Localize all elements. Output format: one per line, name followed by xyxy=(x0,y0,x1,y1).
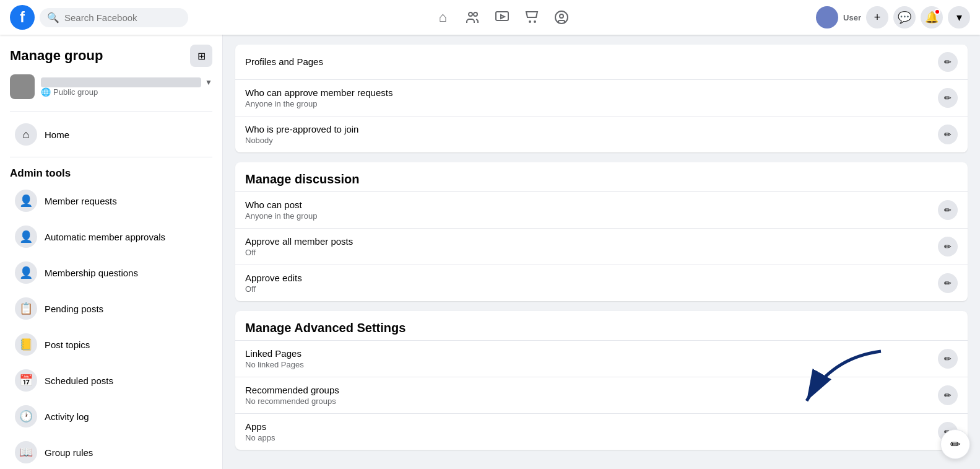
approve-all-posts-row: Approve all member posts Off ✏ xyxy=(235,228,968,265)
page-layout: Manage group ⊞ ▼ 🌐 Public group ⌂ Home xyxy=(0,35,980,469)
who-can-post-label: Who can post xyxy=(245,199,938,210)
add-button[interactable]: + xyxy=(866,6,888,28)
sidebar-item-activity-log[interactable]: 🕐 Activity log xyxy=(5,399,217,434)
activity-log-label: Activity log xyxy=(45,411,89,422)
approve-member-value: Anyone in the group xyxy=(245,99,938,108)
manage-discussion-title: Manage discussion xyxy=(235,162,968,191)
post-topics-label: Post topics xyxy=(45,340,90,350)
globe-icon: 🌐 xyxy=(41,87,51,97)
search-icon: 🔍 xyxy=(47,12,59,24)
group-chevron-icon[interactable]: ▼ xyxy=(205,78,212,87)
sidebar-item-post-topics[interactable]: 📒 Post topics xyxy=(5,327,217,362)
svg-point-0 xyxy=(469,12,472,16)
scheduled-posts-label: Scheduled posts xyxy=(45,375,113,386)
approve-edits-value: Off xyxy=(245,284,938,294)
auto-approvals-label: Automatic member approvals xyxy=(45,232,165,242)
approve-edits-edit-button[interactable]: ✏ xyxy=(938,273,958,293)
sidebar-title: Manage group xyxy=(10,48,103,64)
marketplace-nav-button[interactable] xyxy=(517,2,547,32)
search-bar[interactable]: 🔍 xyxy=(40,8,188,27)
who-can-post-edit-button[interactable]: ✏ xyxy=(938,200,958,220)
member-requests-icon: 👤 xyxy=(15,190,37,212)
approve-all-posts-label: Approve all member posts xyxy=(245,236,938,247)
apps-row: Apps No apps ✏ xyxy=(235,413,968,450)
profiles-pages-info: Profiles and Pages xyxy=(245,56,938,68)
svg-marker-3 xyxy=(501,15,505,19)
member-requests-label: Member requests xyxy=(45,196,117,206)
admin-tools-section-title: Admin tools xyxy=(0,162,222,182)
pre-approved-label: Who is pre-approved to join xyxy=(245,124,938,134)
svg-point-4 xyxy=(529,21,531,22)
facebook-logo[interactable]: f xyxy=(10,5,35,30)
pending-posts-icon: 📋 xyxy=(15,297,37,320)
sidebar-item-pending-posts[interactable]: 📋 Pending posts xyxy=(5,291,217,326)
pending-posts-label: Pending posts xyxy=(45,304,103,314)
pre-approved-value: Nobody xyxy=(245,136,938,145)
main-content: Profiles and Pages ✏ Who can approve mem… xyxy=(223,35,980,469)
linked-pages-edit-button[interactable]: ✏ xyxy=(938,349,958,369)
account-menu-button[interactable]: ▾ xyxy=(948,6,970,28)
groups-nav-button[interactable] xyxy=(547,2,576,32)
approve-member-info: Who can approve member requests Anyone i… xyxy=(245,87,938,108)
sidebar-item-membership-questions[interactable]: 👤 Membership questions xyxy=(5,255,217,290)
profiles-pages-edit-button[interactable]: ✏ xyxy=(938,52,958,72)
membership-questions-label: Membership questions xyxy=(45,268,138,278)
group-rules-label: Group rules xyxy=(45,447,93,458)
sidebar-header: Manage group ⊞ xyxy=(0,45,222,74)
notifications-button[interactable]: 🔔 xyxy=(921,6,943,28)
manage-discussion-card: Manage discussion Who can post Anyone in… xyxy=(235,162,968,301)
sidebar-item-member-requests[interactable]: 👤 Member requests xyxy=(5,183,217,218)
pre-approved-row: Who is pre-approved to join Nobody ✏ xyxy=(235,116,968,152)
sidebar: Manage group ⊞ ▼ 🌐 Public group ⌂ Home xyxy=(0,35,223,469)
approve-all-posts-edit-button[interactable]: ✏ xyxy=(938,237,958,256)
linked-pages-value: No linked Pages xyxy=(245,360,938,369)
who-can-post-value: Anyone in the group xyxy=(245,211,938,221)
search-input[interactable] xyxy=(64,12,181,23)
sidebar-divider-1 xyxy=(10,112,212,112)
watch-nav-button[interactable] xyxy=(487,2,517,32)
group-name-row: ▼ xyxy=(41,77,212,87)
home-nav-button[interactable]: ⌂ xyxy=(428,2,457,32)
top-navigation: f 🔍 ⌂ User + 💬 🔔 ▾ xyxy=(0,0,980,35)
group-info: ▼ 🌐 Public group xyxy=(0,74,222,107)
user-name: User xyxy=(843,13,861,22)
svg-point-7 xyxy=(560,14,563,18)
nav-right-section: User + 💬 🔔 ▾ xyxy=(816,6,970,28)
group-type: 🌐 Public group xyxy=(41,87,212,97)
home-label: Home xyxy=(45,129,69,140)
who-can-post-row: Who can post Anyone in the group ✏ xyxy=(235,191,968,228)
group-rules-icon: 📖 xyxy=(15,441,37,463)
recommended-groups-row: Recommended groups No recommended groups… xyxy=(235,377,968,413)
pre-approved-edit-button[interactable]: ✏ xyxy=(938,125,958,144)
recommended-groups-label: Recommended groups xyxy=(245,385,938,395)
messenger-button[interactable]: 💬 xyxy=(893,6,916,28)
sidebar-item-home[interactable]: ⌂ Home xyxy=(5,117,217,152)
activity-log-icon: 🕐 xyxy=(15,405,37,427)
approve-member-requests-row: Who can approve member requests Anyone i… xyxy=(235,79,968,116)
sidebar-collapse-button[interactable]: ⊞ xyxy=(190,45,212,67)
apps-label: Apps xyxy=(245,421,938,432)
approve-edits-row: Approve edits Off ✏ xyxy=(235,265,968,301)
approve-edits-label: Approve edits xyxy=(245,273,938,283)
scheduled-posts-icon: 📅 xyxy=(15,369,37,392)
recommended-groups-info: Recommended groups No recommended groups xyxy=(245,385,938,406)
group-avatar xyxy=(10,74,35,99)
user-avatar[interactable] xyxy=(816,6,838,28)
manage-advanced-settings-card: Manage Advanced Settings Linked Pages No… xyxy=(235,311,968,450)
write-button[interactable]: ✏ xyxy=(940,429,970,459)
approve-member-edit-button[interactable]: ✏ xyxy=(938,88,958,108)
sidebar-item-group-rules[interactable]: 📖 Group rules xyxy=(5,435,217,469)
linked-pages-row: Linked Pages No linked Pages ✏ xyxy=(235,340,968,377)
manage-members-card: Profiles and Pages ✏ Who can approve mem… xyxy=(235,45,968,152)
group-details: ▼ 🌐 Public group xyxy=(41,77,212,97)
sidebar-item-scheduled-posts[interactable]: 📅 Scheduled posts xyxy=(5,363,217,398)
who-can-post-info: Who can post Anyone in the group xyxy=(245,199,938,221)
recommended-groups-edit-button[interactable]: ✏ xyxy=(938,385,958,405)
linked-pages-label: Linked Pages xyxy=(245,348,938,359)
profiles-pages-row: Profiles and Pages ✏ xyxy=(235,45,968,79)
sidebar-item-auto-approvals[interactable]: 👤 Automatic member approvals xyxy=(5,219,217,254)
friends-nav-button[interactable] xyxy=(457,2,487,32)
notification-dot xyxy=(934,9,940,15)
manage-advanced-title: Manage Advanced Settings xyxy=(235,311,968,340)
approve-all-posts-value: Off xyxy=(245,248,938,257)
